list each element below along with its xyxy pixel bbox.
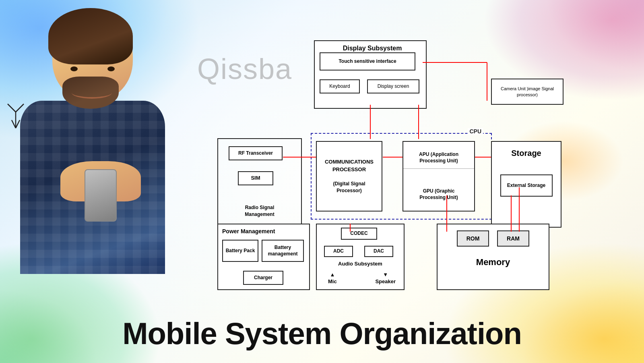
person-photo: [0, 0, 193, 274]
person-phone: [85, 169, 117, 222]
antenna-symbol: [6, 100, 26, 134]
person-smile: [72, 87, 112, 99]
person-hair: [48, 8, 133, 64]
mic-label: ▲Mic: [328, 272, 337, 285]
person-eye-right: [107, 66, 115, 71]
svg-line-4: [16, 120, 20, 128]
charger-label: Charger: [254, 275, 272, 281]
svg-line-1: [8, 104, 16, 112]
charger-box: Charger: [243, 271, 283, 285]
speaker-label: ▼Speaker: [375, 272, 396, 285]
connection-lines: [197, 38, 632, 272]
diagram-container: Display Subsystem Touch sensitive interf…: [197, 38, 632, 272]
person-eye-left: [70, 66, 78, 71]
main-title: Mobile System Organization: [0, 316, 644, 351]
svg-line-2: [16, 104, 24, 112]
svg-line-3: [12, 120, 16, 128]
